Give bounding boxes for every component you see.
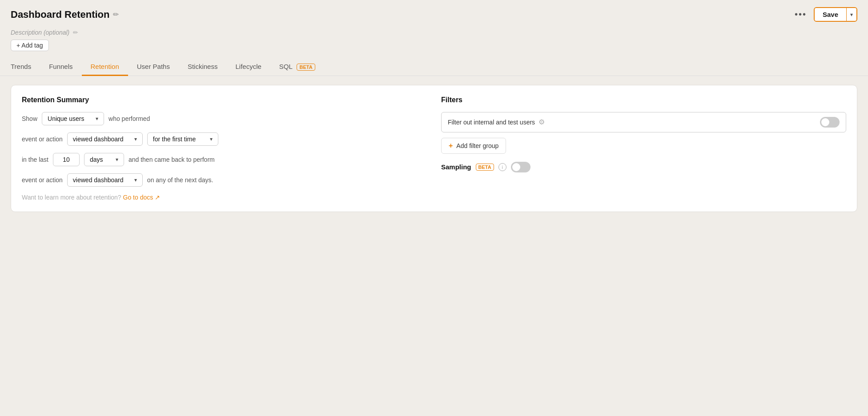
event-select-2[interactable]: viewed dashboard ▾ [67,173,143,187]
docs-text: Want to learn more about retention? [22,194,121,201]
sampling-row: Sampling BETA i [441,162,846,172]
who-performed-label: who performed [108,115,150,122]
days-value: days [90,156,103,163]
event-value-1: viewed dashboard [73,136,124,143]
top-bar: Dashboard Retention ✏ ••• Save ▾ [0,0,868,27]
sql-beta-badge: BETA [297,64,315,71]
docs-link[interactable]: Go to docs ↗ [123,194,161,201]
add-tag-button[interactable]: + Add tag [11,40,49,51]
sampling-toggle[interactable] [511,162,530,172]
tab-sql[interactable]: SQL BETA [270,58,324,76]
filters-section: Filters Filter out internal and test use… [441,96,846,201]
event-action-label-2: event or action [22,176,63,184]
panel-inner: Retention Summary Show Unique users ▾ wh… [22,96,846,201]
title-edit-icon[interactable]: ✏ [113,10,119,19]
event-row-2: event or action viewed dashboard ▾ on an… [22,173,427,187]
on-any-label: on any of the next days. [147,176,213,184]
tab-lifecycle[interactable]: Lifecycle [226,58,270,76]
tab-stickiness[interactable]: Stickiness [179,58,227,76]
show-row: Show Unique users ▾ who performed [22,112,427,125]
sampling-beta-badge: BETA [476,164,494,171]
unique-users-value: Unique users [48,115,84,122]
description-placeholder: Description (optional) [11,29,69,36]
event-value-2: viewed dashboard [73,176,124,184]
tab-retention[interactable]: Retention [82,58,128,76]
page-title: Dashboard Retention [11,9,109,20]
panel: Retention Summary Show Unique users ▾ wh… [11,85,857,212]
days-input[interactable] [53,153,80,166]
retention-summary-title: Retention Summary [22,96,427,104]
filter-internal-label: Filter out internal and test users [448,119,535,126]
save-button[interactable]: Save [815,8,846,21]
sampling-label: Sampling [441,163,471,171]
title-area: Dashboard Retention ✏ [11,9,119,20]
retention-summary-section: Retention Summary Show Unique users ▾ wh… [22,96,427,201]
toggle-slider [820,117,840,128]
first-time-select[interactable]: for the first time ▾ [147,132,218,146]
info-icon[interactable]: i [498,163,506,171]
add-filter-label: Add filter group [456,142,498,149]
more-button[interactable]: ••• [791,8,810,21]
unique-users-select[interactable]: Unique users ▾ [42,112,104,125]
days-chevron: ▾ [116,156,118,163]
save-button-group: Save ▾ [814,7,857,22]
in-the-last-label: in the last [22,156,48,163]
tab-trends[interactable]: Trends [11,58,40,76]
add-filter-group-button[interactable]: + Add filter group [441,138,506,154]
tab-funnels[interactable]: Funnels [40,58,81,76]
tab-user-paths[interactable]: User Paths [128,58,179,76]
tabs-row: Trends Funnels Retention User Paths Stic… [0,58,868,76]
show-label: Show [22,115,37,122]
filter-internal-toggle[interactable] [820,117,840,128]
add-filter-plus-icon: + [449,142,453,150]
first-time-value: for the first time [153,136,196,143]
gear-icon[interactable]: ⚙ [538,118,545,126]
event-row-1: event or action viewed dashboard ▾ for t… [22,132,427,146]
description-edit-icon[interactable]: ✏ [73,29,78,36]
docs-link-row: Want to learn more about retention? Go t… [22,194,427,201]
unique-users-chevron: ▾ [96,116,98,122]
event-chevron-2: ▾ [134,177,137,183]
filters-title: Filters [441,96,846,104]
event-action-label-1: event or action [22,136,63,143]
main-content: Retention Summary Show Unique users ▾ wh… [0,76,868,221]
and-then-label: and then came back to perform [129,156,215,163]
days-select[interactable]: days ▾ [84,153,124,166]
days-row: in the last days ▾ and then came back to… [22,153,427,166]
sampling-toggle-slider [511,162,530,172]
description-row: Description (optional) ✏ [0,27,868,40]
event-select-1[interactable]: viewed dashboard ▾ [67,132,143,146]
event-chevron-1: ▾ [134,136,137,142]
filter-internal-row: Filter out internal and test users ⚙ [441,112,846,132]
save-dropdown-button[interactable]: ▾ [846,8,856,21]
top-actions: ••• Save ▾ [791,7,857,22]
filter-internal-left: Filter out internal and test users ⚙ [448,118,545,126]
first-time-chevron: ▾ [210,136,213,142]
